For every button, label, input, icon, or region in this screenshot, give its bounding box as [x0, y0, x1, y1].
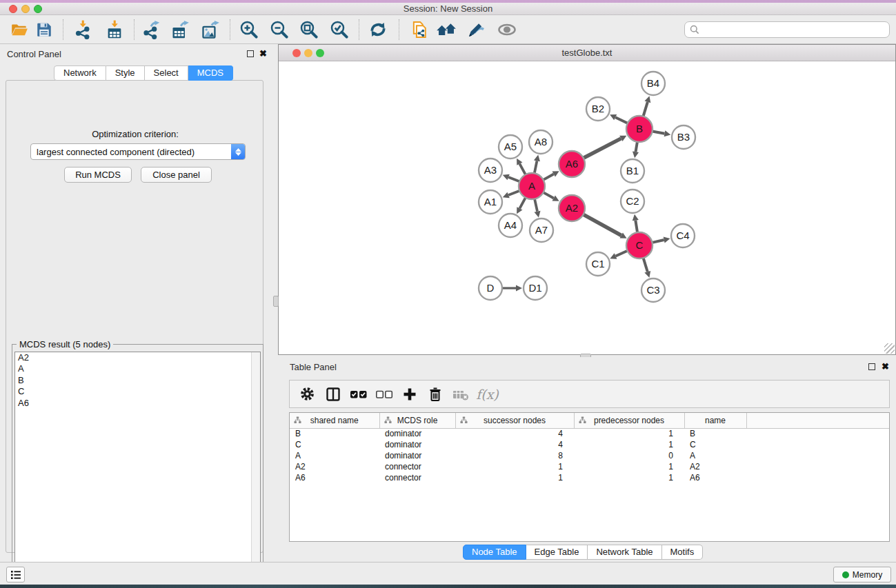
mcds-list-scrollbar[interactable] [251, 352, 260, 577]
table-cell[interactable]: A [684, 450, 746, 461]
table-row[interactable]: Cdominator41C [290, 439, 890, 450]
table-row[interactable]: A6connector11A6 [290, 472, 890, 483]
minimize-window-button[interactable] [21, 5, 30, 13]
search-field[interactable] [684, 21, 890, 38]
close-window-button[interactable] [9, 5, 17, 13]
tab-select[interactable]: Select [145, 65, 188, 81]
show-hide-details-button[interactable] [464, 19, 488, 41]
task-history-button[interactable] [6, 567, 25, 582]
table-cell[interactable]: A2 [684, 461, 746, 472]
mcds-result-item[interactable]: A6 [15, 398, 260, 409]
table-cell[interactable]: B [290, 428, 379, 439]
table-cell[interactable]: A6 [290, 472, 379, 483]
import-table-button[interactable] [102, 19, 127, 41]
table-cell[interactable]: 4 [455, 439, 574, 450]
search-input[interactable] [703, 25, 889, 34]
network-window-titlebar[interactable]: testGlobe.txt [279, 45, 895, 61]
table-cell[interactable]: 4 [455, 428, 574, 439]
table-cell[interactable]: dominator [379, 450, 455, 461]
window-resize-grip[interactable] [884, 343, 895, 354]
delete-table-button[interactable] [448, 383, 473, 406]
column-header-shared-name[interactable]: shared name [290, 413, 379, 428]
network-overview-button[interactable] [434, 19, 459, 41]
export-image-button[interactable] [198, 19, 223, 41]
table-cell[interactable]: 1 [455, 472, 574, 483]
graph-edge-C-C4[interactable] [653, 240, 664, 243]
split-columns-button[interactable] [320, 383, 346, 406]
zoom-window-button[interactable] [34, 5, 42, 13]
create-column-button[interactable] [397, 383, 422, 406]
graph-edge-C-C3[interactable] [644, 258, 648, 272]
network-graph[interactable]: B4B2BB3A8A5A6A3B1AA1C2A2A4A7C4CC1DD1C3 [279, 61, 895, 354]
table-row[interactable]: Bdominator41B [290, 428, 890, 439]
table-cell[interactable]: C [684, 439, 746, 450]
table-cell[interactable]: 0 [574, 450, 684, 461]
table-cell[interactable]: 1 [574, 461, 684, 472]
table-cell[interactable]: 1 [574, 472, 684, 483]
table-cell[interactable]: C [290, 439, 379, 450]
graph-edge-A-A5[interactable] [519, 164, 526, 175]
graph-edge-A-A2[interactable] [544, 192, 554, 198]
graph-edge-A-A6[interactable] [544, 174, 554, 179]
graph-edge-A-A8[interactable] [535, 161, 537, 173]
export-network-button[interactable] [139, 19, 163, 41]
dropdown-stepper-icon[interactable] [231, 144, 245, 159]
table-cell[interactable]: 1 [455, 461, 574, 472]
main-titlebar[interactable]: Session: New Session [0, 3, 896, 15]
graph-edge-C-C2[interactable] [635, 221, 637, 233]
tab-mcds[interactable]: MCDS [188, 65, 233, 81]
graph-edge-B-B2[interactable] [615, 117, 628, 123]
mcds-result-item[interactable]: A [15, 363, 260, 374]
table-cell[interactable]: A6 [684, 472, 746, 483]
optimization-criterion-dropdown[interactable]: largest connected component (directed) [30, 143, 246, 160]
graph-edge-A-A1[interactable] [508, 191, 519, 195]
zoom-selected-button[interactable] [327, 19, 352, 41]
graph-edge-B-B1[interactable] [636, 142, 637, 152]
graph-edge-B-B4[interactable] [644, 102, 648, 116]
table-cell[interactable]: connector [379, 461, 455, 472]
graph-edge-C-C1[interactable] [616, 251, 628, 256]
table-cell[interactable]: connector [379, 472, 455, 483]
tab-network-table[interactable]: Network Table [588, 545, 661, 560]
column-header-successor-nodes[interactable]: successor nodes [455, 413, 574, 428]
table-cell[interactable]: 1 [574, 428, 684, 439]
node-table[interactable]: shared name MCDS role successor nodes [290, 413, 890, 483]
import-network-button[interactable] [70, 19, 95, 41]
column-header-name[interactable]: name [684, 413, 746, 428]
graph-edge-A-A4[interactable] [519, 198, 526, 209]
table-cell[interactable]: B [684, 428, 746, 439]
column-header-mcds-role[interactable]: MCDS role [379, 413, 455, 428]
table-cell[interactable]: dominator [379, 439, 455, 450]
mcds-result-item[interactable]: A2 [15, 352, 260, 363]
network-canvas[interactable]: B4B2BB3A8A5A6A3B1AA1C2A2A4A7C4CC1DD1C3 [279, 61, 895, 354]
zoom-in-button[interactable] [237, 19, 261, 41]
tab-style[interactable]: Style [106, 65, 145, 81]
save-session-button[interactable] [32, 19, 57, 41]
column-header-predecessor-nodes[interactable]: predecessor nodes [574, 413, 684, 428]
graph-edge-A-A3[interactable] [508, 177, 519, 181]
network-close-button[interactable] [292, 49, 301, 57]
zoom-out-button[interactable] [267, 19, 292, 41]
table-cell[interactable]: dominator [379, 428, 455, 439]
refresh-view-button[interactable] [366, 19, 390, 41]
graph-edge-B-B3[interactable] [653, 132, 665, 134]
export-table-button[interactable] [168, 19, 192, 41]
table-header-row[interactable]: shared name MCDS role successor nodes [290, 413, 890, 428]
mcds-result-item[interactable]: B [15, 375, 260, 386]
tab-network[interactable]: Network [54, 65, 106, 81]
table-row[interactable]: Adominator80A [290, 450, 890, 461]
table-cell[interactable]: 8 [455, 450, 574, 461]
graph-edge-A6-B[interactable] [584, 139, 621, 158]
open-file-button[interactable] [7, 19, 32, 41]
run-mcds-button[interactable]: Run MCDS [64, 167, 132, 183]
network-zoom-button[interactable] [316, 49, 324, 57]
deselect-all-button[interactable] [371, 383, 397, 406]
mcds-result-item[interactable]: C [15, 386, 260, 397]
network-minimize-button[interactable] [304, 49, 312, 57]
graph-edge-A2-C[interactable] [584, 214, 621, 235]
table-cell[interactable]: A2 [290, 461, 379, 472]
table-row[interactable]: A2connector11A2 [290, 461, 890, 472]
toggle-bird-eye-button[interactable] [495, 19, 519, 41]
tab-motifs[interactable]: Motifs [662, 545, 704, 560]
split-divider-handle[interactable] [273, 296, 279, 307]
